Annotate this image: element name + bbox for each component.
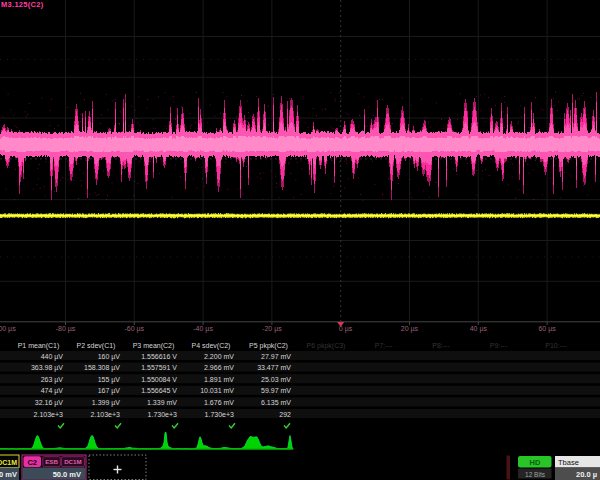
svg-text:292: 292: [279, 411, 291, 418]
svg-text:P4 sdev(C2): P4 sdev(C2): [192, 342, 231, 350]
svg-text:6.135 mV: 6.135 mV: [261, 399, 291, 406]
svg-text:P7:---: P7:---: [375, 342, 393, 349]
svg-text:-80 µs: -80 µs: [56, 325, 76, 333]
svg-text:1.730e+3: 1.730e+3: [148, 411, 177, 418]
svg-text:10.031 mV: 10.031 mV: [200, 387, 234, 394]
svg-text:2.103e+3: 2.103e+3: [34, 411, 63, 418]
svg-text:59.97 mV: 59.97 mV: [261, 387, 291, 394]
svg-text:P1 mean(C1): P1 mean(C1): [18, 342, 60, 350]
svg-text:-20 µs: -20 µs: [262, 325, 282, 333]
svg-text:160 µV: 160 µV: [98, 353, 121, 361]
svg-text:158.308 µV: 158.308 µV: [84, 364, 120, 372]
svg-text:P10:---: P10:---: [545, 342, 567, 349]
svg-text:P2 sdev(C1): P2 sdev(C1): [77, 342, 116, 350]
svg-text:P9:---: P9:---: [490, 342, 508, 349]
svg-text:2.200 mV: 2.200 mV: [204, 353, 234, 360]
svg-text:32.16 µV: 32.16 µV: [35, 399, 63, 407]
svg-text:P5 pkpk(C2): P5 pkpk(C2): [249, 342, 288, 350]
svg-text:60 µs: 60 µs: [538, 325, 556, 333]
svg-text:DC1M: DC1M: [0, 459, 17, 466]
svg-text:1.550084 V: 1.550084 V: [141, 376, 177, 383]
svg-text:155 µV: 155 µV: [98, 376, 121, 384]
svg-text:50.0 mV: 50.0 mV: [53, 470, 81, 479]
svg-text:1.557591 V: 1.557591 V: [141, 364, 177, 371]
svg-text:-60 µs: -60 µs: [124, 325, 144, 333]
svg-text:363.98 µV: 363.98 µV: [31, 364, 63, 372]
svg-text:20 µs: 20 µs: [401, 325, 419, 333]
svg-text:167 µV: 167 µV: [98, 387, 121, 395]
svg-text:2.103e+3: 2.103e+3: [91, 411, 120, 418]
svg-text:263 µV: 263 µV: [41, 376, 64, 384]
svg-text:-40 µs: -40 µs: [193, 325, 213, 333]
svg-text:12 Bits: 12 Bits: [525, 471, 546, 478]
svg-text:1.891 mV: 1.891 mV: [204, 376, 234, 383]
svg-text:00 µs: 00 µs: [0, 325, 16, 333]
svg-text:33.477 mV: 33.477 mV: [257, 364, 291, 371]
svg-text:ESB: ESB: [45, 458, 58, 465]
svg-text:1.556616 V: 1.556616 V: [141, 353, 177, 360]
svg-text:Tbase: Tbase: [558, 458, 579, 467]
svg-text:440 µV: 440 µV: [41, 353, 64, 361]
svg-text:27.97 mV: 27.97 mV: [261, 353, 291, 360]
svg-text:1.399 µV: 1.399 µV: [92, 399, 120, 407]
svg-text:P3 mean(C2): P3 mean(C2): [133, 342, 175, 350]
svg-text:DC1M: DC1M: [64, 458, 82, 465]
svg-text:HD: HD: [530, 458, 541, 467]
svg-text:1.676 mV: 1.676 mV: [204, 399, 234, 406]
svg-text:1.556645 V: 1.556645 V: [141, 387, 177, 394]
svg-text:40 µs: 40 µs: [470, 325, 488, 333]
svg-text:1.730e+3: 1.730e+3: [205, 411, 234, 418]
svg-text:C2: C2: [27, 458, 37, 467]
svg-text:25.03 mV: 25.03 mV: [261, 376, 291, 383]
svg-text:1.339 mV: 1.339 mV: [147, 399, 177, 406]
svg-text:474 µV: 474 µV: [41, 387, 64, 395]
svg-text:M3.125(C2): M3.125(C2): [1, 0, 44, 9]
svg-text:50.0 mV: 50.0 mV: [0, 470, 17, 479]
svg-text:2.966 mV: 2.966 mV: [204, 364, 234, 371]
svg-text:20.0 µ: 20.0 µ: [576, 470, 597, 479]
svg-text:P6 pkpk(C3): P6 pkpk(C3): [307, 342, 346, 350]
svg-text:P8:---: P8:---: [432, 342, 450, 349]
